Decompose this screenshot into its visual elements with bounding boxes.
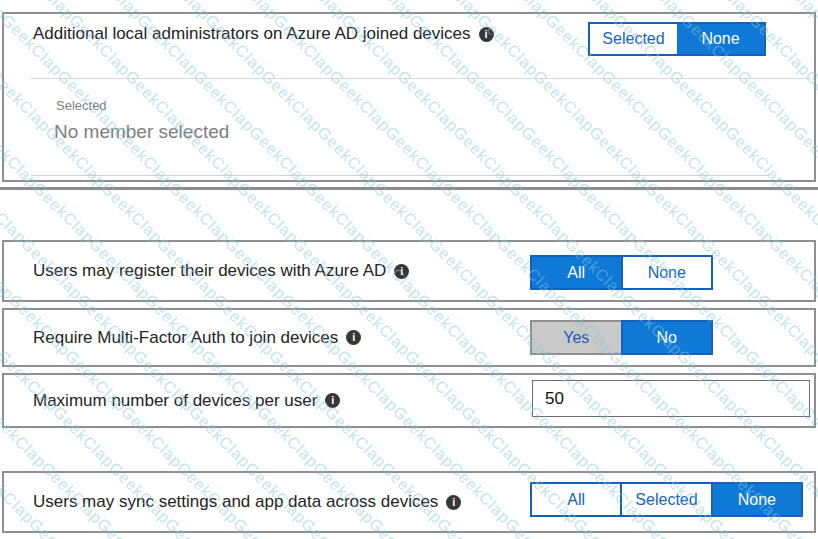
sync-settings-toggle: All Selected None [530,482,803,517]
require-mfa-label: Require Multi-Factor Auth to join device… [33,328,338,348]
register-devices-option-none[interactable]: None [621,257,712,288]
info-icon[interactable]: i [325,393,340,408]
sync-settings-label-row: Users may sync settings and app data acr… [33,492,461,512]
require-mfa-label-row: Require Multi-Factor Auth to join device… [33,328,361,348]
section-max-devices: Maximum number of devices per user i [2,373,816,428]
member-picker-empty-text: No member selected [54,121,229,143]
info-icon[interactable]: i [346,330,361,345]
local-admins-option-selected[interactable]: Selected [590,24,677,54]
local-admins-option-none[interactable]: None [677,24,764,54]
max-devices-label: Maximum number of devices per user [33,391,317,411]
require-mfa-option-no[interactable]: No [621,320,714,355]
local-admins-label: Additional local administrators on Azure… [33,24,471,44]
info-icon[interactable]: i [479,27,494,42]
sync-settings-option-all[interactable]: All [532,484,620,515]
device-settings-page: Additional local administrators on Azure… [0,0,818,539]
require-mfa-toggle: Yes No [530,320,713,355]
sync-settings-option-none[interactable]: None [711,484,801,515]
divider [31,78,810,79]
section-sync-settings: Users may sync settings and app data acr… [2,471,816,533]
info-icon[interactable]: i [394,264,409,279]
register-devices-toggle: All None [530,255,713,290]
max-devices-input[interactable] [532,380,810,417]
local-admins-label-row: Additional local administrators on Azure… [33,24,494,44]
register-devices-option-all[interactable]: All [532,257,621,288]
section-register-devices: Users may register their devices with Az… [2,240,816,302]
max-devices-label-row: Maximum number of devices per user i [33,391,340,411]
register-devices-label: Users may register their devices with Az… [33,261,386,281]
section-local-admins: Additional local administrators on Azure… [2,12,816,182]
sync-settings-option-selected[interactable]: Selected [620,484,710,515]
require-mfa-option-yes[interactable]: Yes [530,320,621,355]
horizontal-rule [0,187,818,190]
register-devices-label-row: Users may register their devices with Az… [33,261,409,281]
local-admins-toggle: Selected None [588,22,766,56]
section-require-mfa: Require Multi-Factor Auth to join device… [2,308,816,367]
divider [31,175,769,176]
member-picker-heading: Selected [56,98,107,113]
info-icon[interactable]: i [446,495,461,510]
sync-settings-label: Users may sync settings and app data acr… [33,492,438,512]
